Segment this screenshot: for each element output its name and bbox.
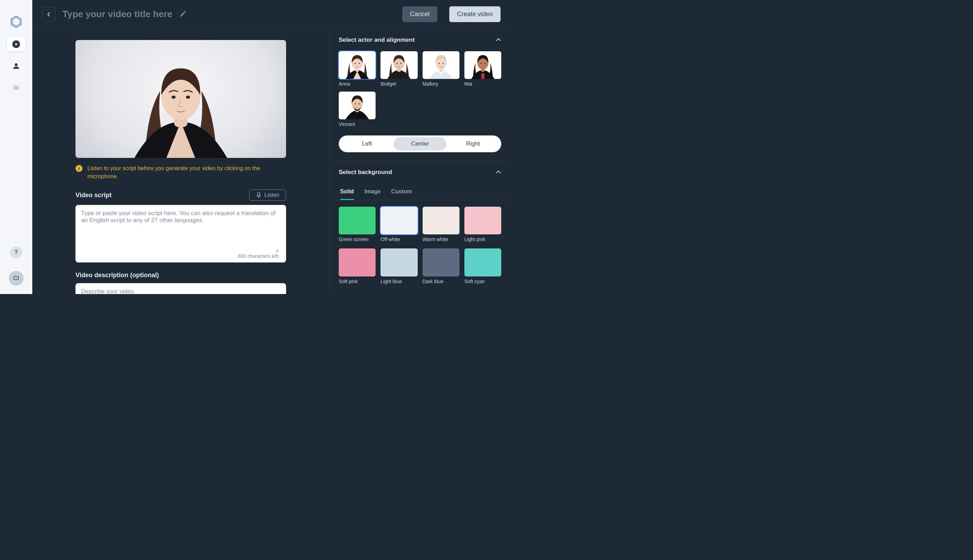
actor-section-header[interactable]: Select actor and alignment bbox=[330, 29, 511, 51]
svg-point-28 bbox=[354, 103, 355, 105]
nav-videos[interactable] bbox=[7, 37, 25, 51]
bg-swatch bbox=[381, 248, 417, 276]
svg-rect-9 bbox=[258, 192, 260, 196]
background-grid: Green screenOff-whiteWarm whiteLight pin… bbox=[330, 200, 511, 291]
microphone-icon bbox=[256, 192, 262, 198]
svg-point-16 bbox=[397, 63, 398, 64]
info-icon: i bbox=[75, 165, 82, 172]
help-button[interactable]: ? bbox=[10, 246, 22, 258]
bg-name-label: Soft pink bbox=[339, 278, 376, 284]
actor-option-vincent[interactable]: Vincent bbox=[339, 92, 376, 127]
bg-name-label: Warm white bbox=[422, 237, 459, 242]
preview-actor bbox=[103, 40, 258, 158]
logo-icon bbox=[9, 15, 23, 29]
main-area: Type your video title here Cancel Create… bbox=[32, 0, 511, 294]
actor-thumb bbox=[381, 51, 417, 79]
svg-point-12 bbox=[354, 63, 355, 64]
bg-name-label: Off-white bbox=[381, 237, 417, 242]
body-split: i Listen to your script before you gener… bbox=[32, 29, 511, 294]
script-textarea[interactable] bbox=[81, 210, 280, 252]
video-description-label: Video description (optional) bbox=[75, 272, 286, 279]
actor-name-label: Mallory bbox=[422, 81, 459, 87]
bg-option-light-pink[interactable]: Light pink bbox=[464, 207, 501, 242]
bg-option-soft-cyan[interactable]: Soft cyan bbox=[464, 248, 501, 284]
back-button[interactable] bbox=[42, 7, 55, 22]
chevron-up-icon bbox=[496, 37, 501, 43]
svg-point-20 bbox=[439, 63, 439, 64]
bg-name-label: Light pink bbox=[464, 237, 501, 242]
actor-name-label: Anna bbox=[339, 81, 376, 87]
nav-actors[interactable] bbox=[7, 59, 25, 73]
bg-swatch bbox=[464, 248, 501, 276]
svg-point-7 bbox=[172, 96, 176, 99]
description-input[interactable] bbox=[81, 288, 280, 294]
actor-section: Select actor and alignment Anna B bbox=[330, 29, 511, 161]
svg-marker-1 bbox=[13, 18, 20, 26]
description-input-wrap bbox=[75, 283, 286, 294]
bg-swatch bbox=[339, 207, 376, 234]
alignment-option-left[interactable]: Left bbox=[340, 137, 394, 150]
chevron-left-icon bbox=[47, 12, 51, 17]
resize-grip-icon[interactable]: ◢ bbox=[275, 248, 278, 253]
actor-thumb bbox=[464, 51, 501, 79]
hint-text: Listen to your script before you generat… bbox=[87, 164, 286, 180]
bg-option-soft-pink[interactable]: Soft pink bbox=[339, 248, 376, 284]
user-avatar[interactable]: CI bbox=[9, 271, 23, 286]
bg-swatch bbox=[339, 248, 376, 276]
actor-option-mallory[interactable]: Mallory bbox=[422, 51, 459, 87]
bg-tab-custom[interactable]: Custom bbox=[391, 183, 412, 200]
actor-name-label: Vincent bbox=[339, 122, 376, 127]
bg-swatch bbox=[422, 248, 459, 276]
actor-thumb bbox=[339, 51, 376, 79]
app: ? CI Type your video title here Cancel C… bbox=[0, 0, 511, 294]
bg-option-light-blue[interactable]: Light blue bbox=[381, 248, 417, 284]
actor-option-anna[interactable]: Anna bbox=[339, 51, 376, 87]
actor-option-mia[interactable]: Mia bbox=[464, 51, 501, 87]
background-section-title: Select background bbox=[339, 169, 392, 176]
listen-button[interactable]: Listen bbox=[249, 190, 286, 201]
folder-icon bbox=[12, 84, 20, 92]
svg-point-29 bbox=[358, 103, 359, 105]
script-textarea-wrap: ◢ 800 characters left. bbox=[75, 205, 286, 262]
bg-option-off-white[interactable]: Off-white bbox=[381, 207, 417, 242]
actor-name-label: Bridget bbox=[381, 81, 417, 87]
cancel-button[interactable]: Cancel bbox=[402, 6, 437, 22]
alignment-option-center[interactable]: Center bbox=[394, 137, 446, 150]
header-bar: Type your video title here Cancel Create… bbox=[32, 0, 511, 29]
bg-option-warm-white[interactable]: Warm white bbox=[422, 207, 459, 242]
actor-thumb bbox=[422, 51, 459, 79]
svg-point-25 bbox=[484, 63, 485, 64]
editor-pane: i Listen to your script before you gener… bbox=[32, 29, 329, 294]
bg-tab-image[interactable]: Image bbox=[364, 183, 381, 200]
hint-row: i Listen to your script before you gener… bbox=[75, 164, 286, 180]
bg-name-label: Light blue bbox=[381, 278, 417, 284]
chevron-up-icon bbox=[496, 169, 501, 175]
sidebar-nav: ? CI bbox=[0, 0, 32, 294]
bg-option-green-screen[interactable]: Green screen bbox=[339, 207, 376, 242]
background-section: Select background SolidImageCustom Green… bbox=[330, 161, 511, 291]
svg-point-21 bbox=[442, 63, 443, 64]
background-section-header[interactable]: Select background bbox=[330, 161, 511, 183]
nav-files[interactable] bbox=[7, 81, 25, 95]
alignment-segmented: LeftCenterRight bbox=[339, 135, 501, 152]
bg-option-dark-blue[interactable]: Dark blue bbox=[422, 248, 459, 284]
svg-point-17 bbox=[401, 63, 402, 64]
actor-section-title: Select actor and alignment bbox=[339, 37, 414, 43]
svg-point-13 bbox=[358, 63, 359, 64]
bg-name-label: Dark blue bbox=[422, 278, 459, 284]
video-preview bbox=[75, 40, 286, 158]
background-tabs: SolidImageCustom bbox=[330, 183, 511, 200]
user-icon bbox=[12, 62, 20, 70]
create-video-button[interactable]: Create video bbox=[449, 6, 501, 22]
video-title-input[interactable]: Type your video title here bbox=[62, 9, 172, 20]
alignment-option-right[interactable]: Right bbox=[446, 137, 499, 150]
svg-point-8 bbox=[186, 96, 190, 99]
svg-point-4 bbox=[15, 63, 18, 66]
bg-swatch bbox=[422, 207, 459, 234]
play-icon bbox=[12, 40, 20, 48]
edit-icon[interactable] bbox=[179, 10, 187, 19]
video-script-label: Video script bbox=[75, 192, 112, 199]
actor-option-bridget[interactable]: Bridget bbox=[381, 51, 417, 87]
bg-swatch bbox=[381, 207, 417, 234]
bg-tab-solid[interactable]: Solid bbox=[340, 183, 354, 200]
